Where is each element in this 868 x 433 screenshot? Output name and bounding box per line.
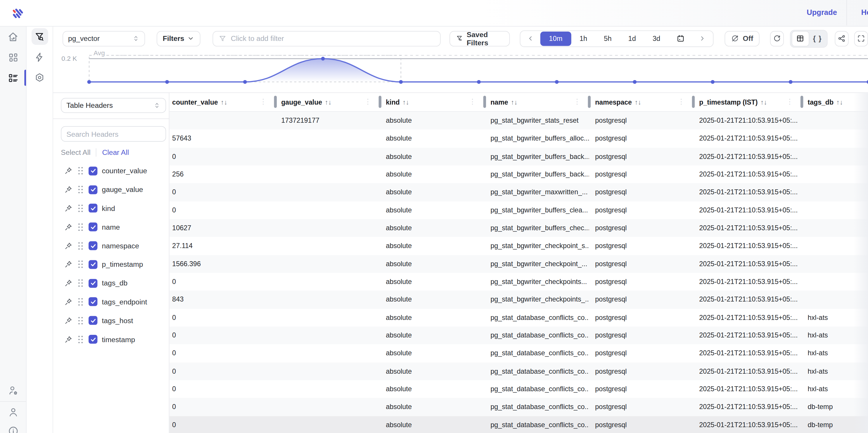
sidebar-item-dashboards[interactable] [0,47,26,67]
table-row[interactable]: 57643absolutepg_stat_bgwriter_buffers_al… [169,130,868,148]
drag-handle[interactable] [78,278,84,288]
tab-quick-actions[interactable] [31,49,48,65]
data-point[interactable] [321,57,325,60]
table-row[interactable]: 1737219177absolutepg_stat_bgwriter_stats… [169,112,868,130]
auto-refresh-toggle[interactable]: Off [724,31,759,46]
drag-handle[interactable] [78,166,84,176]
fullscreen-button[interactable] [854,31,868,46]
column-header-kind[interactable]: kind↑↓⋮ [380,93,484,111]
table-row[interactable]: 0absolutepg_stat_database_conflicts_co..… [169,398,868,416]
sort-icon[interactable]: ↑↓ [836,98,843,106]
pin-button[interactable] [64,204,72,212]
drag-handle[interactable] [78,185,84,194]
time-range-prev-button[interactable] [521,31,540,45]
data-point[interactable] [399,80,403,84]
column-header-name[interactable]: name↑↓⋮ [484,93,589,111]
header-checkbox[interactable] [89,185,97,194]
header-checkbox[interactable] [89,335,97,344]
header-checkbox[interactable] [89,166,97,175]
sidebar-item-info[interactable] [0,421,26,433]
data-point[interactable] [633,80,637,84]
table-row[interactable]: 0absolutepg_stat_bgwriter_buffers_clea..… [169,201,868,219]
pin-button[interactable] [64,223,72,231]
data-point[interactable] [165,80,169,84]
sidebar-item-home[interactable] [0,27,26,47]
sort-icon[interactable]: ↑↓ [511,98,518,106]
data-point[interactable] [477,80,481,84]
search-headers-input[interactable] [61,126,166,142]
drag-handle[interactable] [78,335,84,344]
time-range-1d-button[interactable]: 1d [620,31,644,45]
column-resize-handle[interactable] [692,96,695,108]
column-resize-handle[interactable] [484,96,486,108]
data-point[interactable] [87,80,91,84]
pin-button[interactable] [64,186,72,194]
header-checkbox[interactable] [89,279,97,287]
column-header-tags-db[interactable]: tags_db↑↓ [802,93,868,111]
time-range-10m-button[interactable]: 10m [540,31,571,45]
column-header-counter-value[interactable]: counter_value↑↓⋮ [169,93,275,111]
table-row[interactable]: 10627absolutepg_stat_bgwriter_buffers_ch… [169,219,868,237]
headers-panel-select[interactable]: Table Headers [61,98,166,113]
table-row[interactable]: 0absolutepg_stat_bgwriter_checkpoints...… [169,273,868,291]
table-row[interactable]: 0absolutepg_stat_bgwriter_buffers_back..… [169,148,868,165]
sort-icon[interactable]: ↑↓ [325,98,332,106]
table-row[interactable]: 0absolutepg_stat_database_conflicts_co..… [169,309,868,327]
drag-handle[interactable] [78,241,84,250]
time-range-1h-button[interactable]: 1h [571,31,595,45]
saved-filters-button[interactable]: Saved Filters [450,31,510,46]
column-header-p-timestamp-ist-[interactable]: p_timestamp (IST)↑↓⋮ [693,93,801,111]
help-link[interactable]: Help [861,8,868,17]
view-mode-table-button[interactable] [792,31,809,46]
time-range-calendar-button[interactable] [669,31,693,45]
data-point[interactable] [867,80,868,84]
table-row[interactable]: 0absolutepg_stat_database_conflicts_co..… [169,416,868,433]
header-checkbox[interactable] [89,316,97,325]
drag-handle[interactable] [78,297,84,307]
metric-sparkline-chart[interactable]: 0.2 K Avg [53,50,868,93]
header-checkbox[interactable] [89,204,97,213]
drag-handle[interactable] [78,222,84,232]
table-row[interactable]: 0absolutepg_stat_bgwriter_maxwritten_...… [169,184,868,201]
tab-settings[interactable] [31,69,48,86]
table-row[interactable]: 256absolutepg_stat_bgwriter_buffers_back… [169,165,868,183]
table-row[interactable]: 843absolutepg_stat_bgwriter_checkpoints_… [169,291,868,309]
table-row[interactable]: 27.114absolutepg_stat_bgwriter_checkpoin… [169,237,868,255]
column-menu-icon[interactable]: ⋮ [259,97,267,105]
table-row[interactable]: 0absolutepg_stat_database_conflicts_co..… [169,327,868,344]
select-all-button[interactable]: Select All [61,148,90,157]
refresh-button[interactable] [770,31,784,46]
sidebar-item-account-settings[interactable] [0,381,26,400]
header-checkbox[interactable] [89,260,97,269]
column-menu-icon[interactable]: ⋮ [677,97,685,105]
column-menu-icon[interactable]: ⋮ [786,97,794,105]
pin-button[interactable] [64,260,72,269]
metric-select[interactable]: pg_vector [63,31,145,46]
column-menu-icon[interactable]: ⋮ [469,97,476,105]
table-row[interactable]: 1566.396absolutepg_stat_bgwriter_checkpo… [169,255,868,273]
drag-handle[interactable] [78,260,84,269]
sidebar-item-profile[interactable] [0,403,26,421]
filter-input[interactable]: Click to add filter [213,31,440,46]
header-checkbox[interactable] [89,241,97,250]
table-row[interactable]: 0absolutepg_stat_database_conflicts_co..… [169,362,868,380]
column-resize-handle[interactable] [801,96,803,108]
data-point[interactable] [243,80,247,84]
column-resize-handle[interactable] [379,96,381,108]
share-button[interactable] [835,31,849,46]
clear-all-button[interactable]: Clear All [102,148,129,157]
view-mode-json-button[interactable]: { } [809,31,826,45]
drag-handle[interactable] [78,204,84,213]
tab-metrics-explorer[interactable] [31,28,48,45]
header-checkbox[interactable] [89,298,97,306]
time-range-5h-button[interactable]: 5h [596,31,620,45]
sort-icon[interactable]: ↑↓ [761,98,767,106]
pin-button[interactable] [64,335,72,343]
pin-button[interactable] [64,279,72,287]
sidebar-item-explorer[interactable] [0,67,26,88]
filters-dropdown-button[interactable]: Filters [157,31,200,46]
data-point[interactable] [789,80,793,84]
column-header-namespace[interactable]: namespace↑↓⋮ [589,93,693,111]
pin-button[interactable] [64,167,72,175]
column-menu-icon[interactable]: ⋮ [364,97,371,105]
